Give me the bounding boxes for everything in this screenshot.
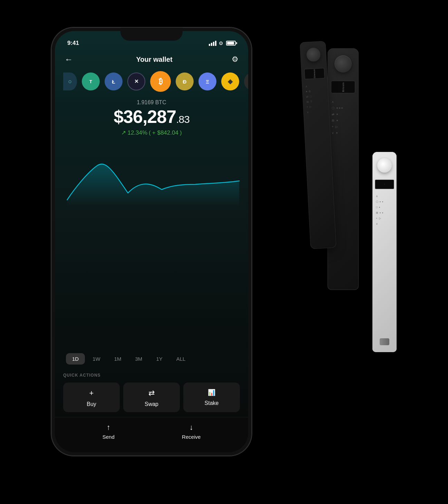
nano-x-plus-icon: +: [332, 125, 333, 128]
coin-bitcoin-icon[interactable]: ₿: [150, 71, 171, 92]
nano-x-top-button[interactable]: [334, 55, 352, 72]
nano-x-dots-1: [337, 107, 343, 109]
nano-angled-icon-3: B: [309, 90, 311, 93]
nano-s-row-3: □: [376, 206, 393, 209]
nano-s-icon-5: +: [376, 217, 378, 220]
settings-button[interactable]: ⚙: [232, 55, 238, 64]
time-btn-all[interactable]: ALL: [170, 353, 192, 365]
change-amount-close: ): [180, 129, 182, 136]
nano-x-swap-icon: ⇄: [332, 113, 334, 116]
nano-angled-row-4: ⊞ ⠿: [306, 99, 325, 104]
signal-bar-3: [213, 42, 214, 46]
nano-dot-3: [341, 107, 343, 109]
nano-angled-icon-4: ⇄: [306, 95, 308, 98]
swap-label: Swap: [145, 401, 158, 407]
coin-partial-icon[interactable]: ○: [63, 72, 77, 90]
nano-s-row-4: ⊞: [376, 211, 393, 214]
phone-screen: 9:41 ⊙ ← Your wallet: [55, 31, 248, 452]
nano-x-arrow-right-icon: ▷: [335, 125, 338, 128]
nano-angled-icon-10: ∨: [307, 110, 309, 114]
nano-s-row-5: + ▷: [376, 217, 393, 220]
coin-doge-icon[interactable]: Ð: [176, 72, 194, 90]
ledger-nano-s: ··· ∧ ⬡ □ ⊞ + ▷: [372, 152, 397, 352]
nano-s-icon-4: ⊞: [376, 211, 378, 214]
coin-bnb-icon[interactable]: ◆: [221, 72, 239, 90]
quick-actions-label: QUICK ACTIONS: [63, 373, 240, 378]
nano-s-buttons-area: ∧ ⬡ □ ⊞ + ▷ ∨: [372, 195, 397, 225]
swap-icon: ⇄: [148, 389, 155, 398]
nano-s-row-6: ∨: [376, 222, 393, 225]
nano-angled-row-1: ∧: [305, 84, 324, 88]
price-change-row: ↗ 12.34% (+ $842.04): [63, 129, 240, 136]
coin-algo-icon[interactable]: A: [244, 72, 248, 90]
swap-button[interactable]: ⇄ Swap: [123, 382, 180, 412]
nano-angled-icon-9: ▷: [310, 105, 312, 108]
chart-svg: [60, 145, 243, 207]
time-period-selector: 1D 1W 1M 3M 1Y ALL: [55, 350, 248, 369]
nano-dot-6: [336, 132, 338, 134]
nano-x-screen-text: Bitcoin: [342, 82, 344, 92]
time-btn-1d[interactable]: 1D: [66, 353, 85, 365]
signal-bars-icon: [209, 41, 216, 46]
send-icon: ↑: [107, 423, 110, 432]
coin-amount-label: 1.9169 BTC: [63, 99, 240, 106]
status-time: 9:41: [67, 40, 79, 47]
buy-button[interactable]: + Buy: [63, 382, 120, 412]
battery-icon: [226, 41, 236, 46]
nano-s-icon-2: ⬡: [376, 200, 378, 203]
nano-angled-icon-8: +: [306, 105, 308, 108]
time-btn-1y[interactable]: 1Y: [150, 353, 168, 365]
nano-s-screen: ···: [375, 180, 394, 189]
nano-s-top-button[interactable]: [377, 158, 392, 173]
nano-x-coin-icon: ⬡: [332, 106, 334, 110]
nano-x-row-3: ⇄: [332, 113, 338, 116]
nano-dot-2: [339, 107, 340, 109]
nano-s-usb-connector: [380, 338, 389, 345]
time-btn-1w[interactable]: 1W: [86, 353, 107, 365]
nano-s-icon-1: ∧: [376, 195, 378, 198]
coin-tether-icon[interactable]: T: [82, 72, 100, 90]
nano-angled-row-6: ∨: [307, 110, 326, 114]
signal-bar-1: [209, 44, 210, 46]
coin-litecoin-icon[interactable]: Ł: [105, 72, 123, 90]
receive-button[interactable]: ↓ Receive: [182, 423, 201, 440]
coin-eth-icon[interactable]: Ξ: [198, 72, 216, 90]
nano-dot-1: [337, 107, 338, 109]
coin-xrp-icon[interactable]: ✕: [127, 72, 145, 90]
change-percent: 12.34%: [127, 129, 147, 136]
nano-angled-btn: [306, 47, 321, 62]
nano-s-screen-text: ···: [383, 183, 386, 185]
nano-x-m-icon: ⊞: [332, 119, 334, 122]
nano-x-dots-3: [337, 120, 338, 121]
change-amount: (: [149, 129, 151, 136]
nano-s-icon-6: ▷: [379, 217, 381, 220]
signal-bar-2: [211, 43, 212, 46]
time-btn-1m[interactable]: 1M: [108, 353, 128, 365]
nano-s-dot-3: [379, 207, 380, 208]
wallet-title: Your wallet: [136, 56, 172, 64]
time-btn-3m[interactable]: 3M: [129, 353, 149, 365]
quick-actions-section: QUICK ACTIONS + Buy ⇄ Swap 📊 Stake: [55, 369, 248, 417]
nano-dot-4: [337, 114, 338, 115]
nano-angled-icon-1: ∧: [305, 85, 308, 88]
nano-angled-icon-7: ⠿: [310, 100, 312, 103]
nano-s-icon-3: □: [376, 206, 378, 209]
receive-icon: ↓: [189, 423, 193, 432]
coin-selector-row: ○ T Ł ✕ ₿ Ð Ξ ◆ A: [55, 68, 248, 97]
nano-angled-screen-text: Ethereum: [313, 69, 315, 78]
send-button[interactable]: ↑ Send: [103, 423, 115, 440]
stake-button[interactable]: 📊 Stake: [183, 382, 240, 412]
bottom-navigation: ↑ Send ↓ Receive: [55, 417, 248, 452]
change-amount-value: + $842.04: [152, 129, 178, 136]
receive-label: Receive: [182, 434, 201, 440]
amount-section: 1.9169 BTC $36,287.83 ↗ 12.34% (+ $842.0…: [55, 97, 248, 138]
back-button[interactable]: ←: [65, 55, 77, 64]
price-chart: [55, 138, 248, 350]
quick-actions-buttons: + Buy ⇄ Swap 📊 Stake: [63, 382, 240, 412]
nano-angled-screen: Ethereum: [304, 68, 324, 79]
nano-x-row-6: ∨: [332, 131, 338, 135]
nano-s-dot-2: [382, 201, 383, 202]
nano-s-row-2: ⬡: [376, 200, 393, 203]
nano-x-row-5: + ▷: [332, 125, 338, 128]
nano-angled-icon-2: ●: [306, 90, 308, 93]
